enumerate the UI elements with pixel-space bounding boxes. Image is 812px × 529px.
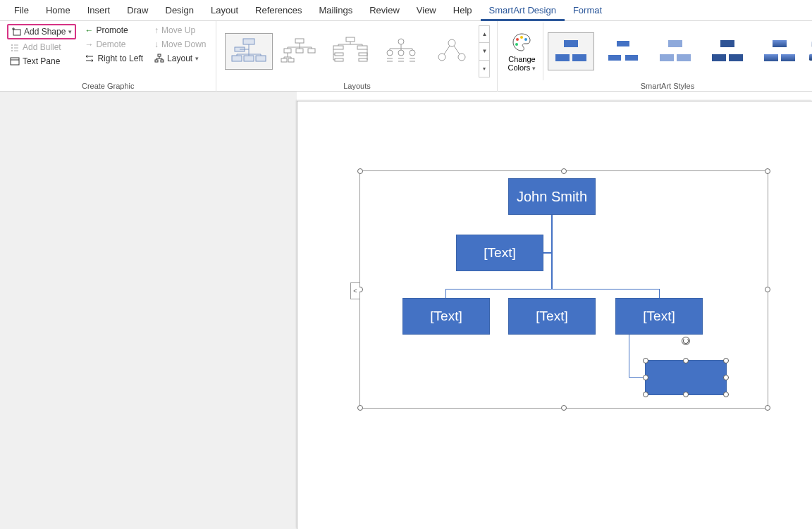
- svg-rect-13: [161, 60, 164, 62]
- add-shape-label: Add Shape: [24, 27, 66, 37]
- smartart-node-assistant[interactable]: [Text]: [456, 235, 543, 271]
- svg-rect-59: [712, 54, 726, 61]
- tab-view[interactable]: View: [408, 0, 445, 21]
- tab-review[interactable]: Review: [361, 0, 408, 21]
- svg-point-7: [11, 50, 13, 51]
- ribbon-tab-bar: File Home Insert Draw Design Layout Refe…: [0, 0, 812, 21]
- svg-point-5: [11, 47, 13, 49]
- svg-rect-28: [335, 53, 343, 56]
- tab-mailings[interactable]: Mailings: [311, 0, 362, 21]
- frame-handle[interactable]: [765, 405, 770, 411]
- arrow-left-icon: ←: [85, 25, 93, 35]
- document-area: < John Smith [Text] [Text] [Text] [Text]: [0, 92, 812, 529]
- document-page[interactable]: < John Smith [Text] [Text] [Text] [Text]: [297, 101, 812, 529]
- tab-file[interactable]: File: [6, 0, 37, 21]
- svg-point-35: [410, 50, 415, 56]
- svg-rect-65: [809, 54, 812, 61]
- svg-point-34: [398, 50, 404, 56]
- layouts-gallery-spinner[interactable]: ▲ ▼ ▾: [479, 25, 490, 77]
- tab-references[interactable]: References: [247, 0, 310, 21]
- selection-handle[interactable]: [643, 358, 648, 363]
- svg-rect-20: [284, 49, 291, 53]
- svg-rect-58: [720, 40, 734, 47]
- svg-rect-0: [13, 30, 20, 35]
- chevron-down-icon: ▾: [532, 65, 536, 72]
- add-shape-button[interactable]: Add Shape ▾: [7, 24, 76, 39]
- text-pane-button[interactable]: Text Pane: [7, 55, 76, 68]
- promote-button[interactable]: ← Promote: [82, 24, 146, 37]
- selection-handle[interactable]: [643, 375, 648, 380]
- selection-handle[interactable]: [683, 358, 689, 363]
- tab-design[interactable]: Design: [157, 0, 202, 21]
- change-colors-button[interactable]: Change Colors ▾: [502, 23, 541, 80]
- demote-label: Demote: [96, 39, 125, 49]
- smartart-frame[interactable]: < John Smith [Text] [Text] [Text] [Text]: [359, 170, 768, 409]
- selection-handle[interactable]: [723, 392, 729, 397]
- smartart-node-child-3[interactable]: [Text]: [615, 298, 703, 335]
- svg-rect-11: [158, 54, 161, 56]
- svg-point-48: [515, 43, 518, 46]
- frame-handle[interactable]: [561, 168, 567, 174]
- frame-handle[interactable]: [765, 287, 770, 292]
- svg-point-47: [524, 38, 527, 41]
- frame-handle[interactable]: [357, 405, 363, 411]
- style-option-6[interactable]: [808, 32, 812, 70]
- style-option-4[interactable]: [704, 32, 751, 70]
- layout-option-4[interactable]: [377, 33, 425, 70]
- svg-rect-31: [359, 58, 367, 61]
- selection-handle[interactable]: [643, 392, 648, 397]
- svg-point-32: [398, 39, 404, 44]
- right-to-left-button[interactable]: Right to Left: [82, 52, 146, 65]
- layout-hierarchy-icon: [154, 54, 164, 63]
- frame-handle[interactable]: [561, 405, 567, 411]
- smartart-node-child-1[interactable]: [Text]: [402, 298, 490, 335]
- tab-home[interactable]: Home: [37, 0, 79, 21]
- group-smartart-styles: Change Colors ▾: [498, 21, 812, 92]
- svg-rect-21: [296, 49, 303, 53]
- svg-point-43: [438, 54, 445, 61]
- text-pane-toggle[interactable]: <: [350, 282, 359, 299]
- gallery-down-icon[interactable]: ▼: [479, 43, 489, 60]
- style-option-5[interactable]: [756, 32, 803, 70]
- add-shape-icon: [11, 27, 21, 37]
- connector-line: [629, 335, 629, 377]
- tab-smartart-design[interactable]: SmartArt Design: [481, 0, 565, 21]
- tab-insert[interactable]: Insert: [79, 0, 119, 21]
- selection-handle[interactable]: [683, 392, 689, 397]
- svg-point-3: [11, 44, 13, 46]
- smartart-node-root[interactable]: John Smith: [508, 178, 596, 215]
- svg-rect-29: [335, 58, 343, 61]
- tab-format[interactable]: Format: [565, 0, 610, 21]
- svg-rect-26: [333, 46, 343, 49]
- layout-option-5[interactable]: [428, 33, 476, 70]
- frame-handle[interactable]: [765, 168, 770, 174]
- text-pane-icon: [10, 56, 20, 66]
- rotate-handle[interactable]: [682, 337, 690, 345]
- svg-rect-55: [668, 40, 682, 47]
- gallery-up-icon[interactable]: ▲: [479, 26, 489, 43]
- tab-help[interactable]: Help: [445, 0, 481, 21]
- style-option-3[interactable]: [652, 32, 699, 70]
- svg-rect-54: [625, 54, 639, 61]
- svg-rect-53: [608, 54, 622, 61]
- svg-rect-50: [555, 54, 570, 61]
- connector-line: [445, 289, 660, 290]
- smartart-node-new-selected[interactable]: [645, 360, 727, 395]
- svg-rect-17: [244, 56, 254, 61]
- layout-button[interactable]: Layout ▾: [152, 52, 209, 65]
- smartart-node-child-2[interactable]: [Text]: [508, 298, 596, 335]
- tab-layout[interactable]: Layout: [202, 0, 247, 21]
- svg-rect-63: [781, 54, 795, 61]
- svg-rect-49: [564, 40, 578, 47]
- gallery-more-icon[interactable]: ▾: [479, 61, 489, 77]
- style-option-1[interactable]: [548, 32, 594, 70]
- tab-draw[interactable]: Draw: [118, 0, 156, 21]
- layout-option-3[interactable]: [326, 33, 374, 70]
- frame-handle[interactable]: [357, 168, 363, 174]
- style-option-2[interactable]: [600, 32, 646, 70]
- layout-option-1[interactable]: [225, 33, 273, 70]
- selection-handle[interactable]: [723, 358, 729, 363]
- layout-option-2[interactable]: [276, 33, 324, 70]
- selection-handle[interactable]: [723, 375, 729, 380]
- arrow-right-icon: →: [85, 39, 93, 49]
